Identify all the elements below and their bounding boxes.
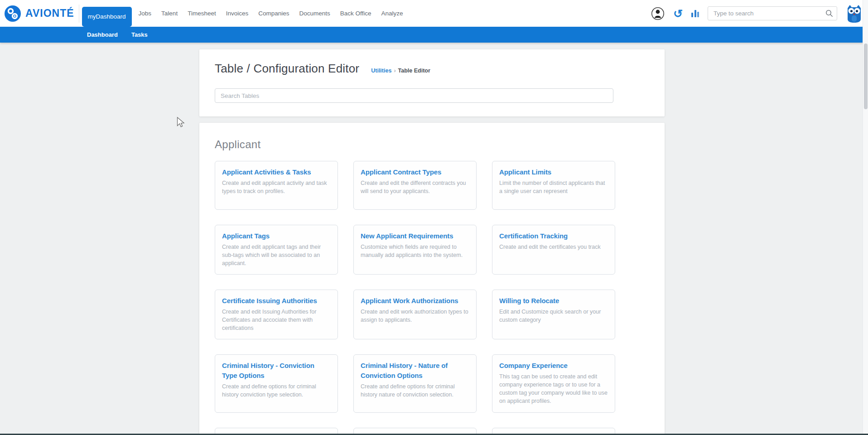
card-title: Certification Tracking bbox=[499, 231, 608, 241]
nav-tab-talent[interactable]: Talent bbox=[156, 10, 183, 17]
scrollbar-track[interactable] bbox=[863, 0, 868, 435]
card-title: Applicant Activities & Tasks bbox=[222, 167, 331, 177]
card-title: Applicant Contract Types bbox=[361, 167, 469, 177]
card-company-experience[interactable]: Company Experience This tag can be used … bbox=[492, 354, 615, 412]
main-content: Table / Configuration Editor Utilities ›… bbox=[199, 49, 665, 435]
card-description: Edit and Customize quick search or your … bbox=[499, 308, 608, 324]
card-applicant-contract-types[interactable]: Applicant Contract Types Create and edit… bbox=[353, 161, 477, 210]
subnav-item-dashboard[interactable]: Dashboard bbox=[87, 31, 118, 38]
nav-tab-timesheet[interactable]: Timesheet bbox=[183, 10, 221, 17]
card-certification-tracking[interactable]: Certification Tracking Create and edit t… bbox=[492, 225, 615, 275]
mouse-cursor bbox=[177, 117, 185, 128]
card-description: Limit the number of distinct applicants … bbox=[499, 179, 608, 195]
card-willing-to-relocate[interactable]: Willing to Relocate Edit and Customize q… bbox=[492, 290, 615, 339]
card-applicant-limits[interactable]: Applicant Limits Limit the number of dis… bbox=[492, 161, 615, 210]
card-title: Willing to Relocate bbox=[499, 296, 608, 306]
card-title: Applicant Tags bbox=[222, 231, 331, 241]
card-description: Create and edit Issuing Authorities for … bbox=[222, 308, 331, 332]
main-navigation: myDashboard Jobs Talent Timesheet Invoic… bbox=[82, 0, 408, 27]
nav-tab-jobs[interactable]: Jobs bbox=[134, 10, 157, 17]
nav-tab-invoices[interactable]: Invoices bbox=[221, 10, 254, 17]
search-tables-input[interactable] bbox=[215, 88, 613, 103]
card-description: This tag can be used to create and edit … bbox=[499, 372, 608, 406]
table-editor-header-panel: Table / Configuration Editor Utilities ›… bbox=[199, 49, 665, 116]
card-description: Create and edit the different contracts … bbox=[361, 179, 469, 195]
card-description: Create and edit applicant activity and t… bbox=[222, 179, 331, 195]
subnav-item-tasks[interactable]: Tasks bbox=[131, 31, 148, 38]
global-search bbox=[708, 6, 837, 20]
card-description: Create and edit the certificates you tra… bbox=[499, 243, 608, 251]
card-title: Applicant Limits bbox=[499, 167, 608, 177]
card-description: Create and edit work authorization types… bbox=[361, 308, 469, 324]
bar-chart-icon[interactable] bbox=[691, 10, 699, 17]
avionte-logo-icon bbox=[4, 5, 21, 22]
nav-tab-analyze[interactable]: Analyze bbox=[376, 10, 408, 17]
card-title: Applicant Work Authorizations bbox=[361, 296, 469, 306]
scrollbar-thumb[interactable] bbox=[864, 44, 868, 109]
brand-logo[interactable]: AVIONTÉ bbox=[4, 5, 74, 22]
page-title: Table / Configuration Editor bbox=[215, 60, 359, 77]
card-applicant-tags[interactable]: Applicant Tags Create and edit applicant… bbox=[215, 225, 338, 275]
nav-tab-mydashboard[interactable]: myDashboard bbox=[82, 7, 132, 27]
card-new-applicant-requirements[interactable]: New Applicant Requirements Customize whi… bbox=[353, 225, 477, 275]
top-navbar: AVIONTÉ myDashboard Jobs Talent Timeshee… bbox=[0, 0, 868, 27]
owl-assistant-icon[interactable] bbox=[846, 4, 863, 24]
card-applicant-work-authorizations[interactable]: Applicant Work Authorizations Create and… bbox=[353, 290, 477, 339]
breadcrumb-utilities-link[interactable]: Utilities bbox=[371, 68, 391, 74]
nav-tab-companies[interactable]: Companies bbox=[253, 10, 294, 17]
breadcrumb-separator: › bbox=[394, 68, 395, 74]
card-description: Customize which fields are required to m… bbox=[361, 243, 469, 259]
refresh-icon[interactable]: ↺ bbox=[673, 9, 683, 19]
config-cards-grid: Applicant Activities & Tasks Create and … bbox=[215, 161, 649, 435]
section-heading-applicant: Applicant bbox=[215, 138, 649, 151]
topbar-actions: ↺ bbox=[651, 4, 868, 24]
card-title: New Applicant Requirements bbox=[361, 231, 469, 241]
card-description: Create and define options for criminal h… bbox=[361, 382, 469, 399]
app-window: AVIONTÉ myDashboard Jobs Talent Timeshee… bbox=[0, 0, 868, 435]
applicant-section-panel: Applicant Applicant Activities & Tasks C… bbox=[199, 123, 665, 435]
user-avatar-icon[interactable] bbox=[651, 7, 665, 20]
card-title: Criminal History - Nature of Conviction … bbox=[361, 361, 469, 381]
divider bbox=[79, 5, 79, 23]
card-certificate-issuing-authorities[interactable]: Certificate Issuing Authorities Create a… bbox=[215, 290, 338, 339]
sub-navbar: Dashboard Tasks bbox=[0, 27, 868, 43]
search-icon[interactable] bbox=[825, 10, 833, 19]
card-title: Criminal History - Conviction Type Optio… bbox=[222, 361, 331, 381]
nav-tab-backoffice[interactable]: Back Office bbox=[335, 10, 376, 17]
card-criminal-history-conviction-type[interactable]: Criminal History - Conviction Type Optio… bbox=[215, 354, 338, 412]
nav-tab-documents[interactable]: Documents bbox=[294, 10, 335, 17]
brand-name: AVIONTÉ bbox=[25, 7, 74, 19]
breadcrumb-current: Table Editor bbox=[398, 68, 430, 74]
breadcrumb: Utilities › Table Editor bbox=[371, 68, 430, 74]
card-description: Create and define options for criminal h… bbox=[222, 382, 331, 399]
card-title: Certificate Issuing Authorities bbox=[222, 296, 331, 306]
card-applicant-activities-tasks[interactable]: Applicant Activities & Tasks Create and … bbox=[215, 161, 338, 210]
global-search-input[interactable] bbox=[708, 6, 837, 20]
card-description: Create and edit applicant tags and their… bbox=[222, 243, 331, 267]
card-criminal-history-nature-of-conviction[interactable]: Criminal History - Nature of Conviction … bbox=[353, 354, 477, 412]
card-title: Company Experience bbox=[499, 361, 608, 371]
